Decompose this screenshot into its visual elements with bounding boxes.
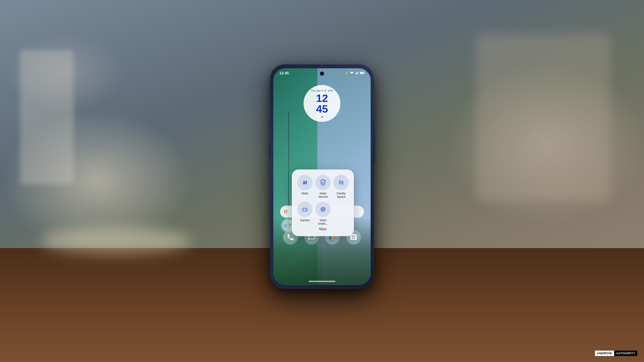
svg-rect-8 <box>360 72 363 73</box>
svg-point-23 <box>306 209 306 210</box>
games-svg <box>301 205 309 214</box>
shield-svg <box>319 178 327 187</box>
signal-icon <box>355 71 359 75</box>
watermark-authority: AUTHORITY <box>614 351 637 356</box>
battery-icon <box>360 71 365 75</box>
google-logo: G <box>284 209 288 215</box>
popup-row-2: Games Moto Un <box>297 202 348 225</box>
phone-icon <box>286 233 294 241</box>
clock-weather: ☁ <box>321 115 323 118</box>
svg-rect-5 <box>358 71 359 74</box>
svg-rect-2 <box>355 73 356 74</box>
phone-body: 12:45 🔒 <box>270 64 374 289</box>
popup-row-1: M Moto <box>297 175 348 198</box>
family-space-app[interactable]: Family Space <box>333 175 349 198</box>
phone: 12:45 🔒 <box>270 64 374 289</box>
moto-unplug-app[interactable]: Moto Unplu... <box>315 202 331 225</box>
svg-point-9 <box>289 224 290 225</box>
moto-label: Moto <box>302 192 308 195</box>
status-time: 12:45 <box>279 71 289 75</box>
moto-secure-icon <box>315 175 331 190</box>
moto-unplug-icon <box>315 202 331 217</box>
table-light <box>40 228 191 255</box>
clock-time: 12 45 <box>316 93 328 114</box>
games-icon <box>297 202 313 217</box>
moto-secure-label: Moto Secure <box>315 192 331 198</box>
moto-logo-svg: M <box>301 178 309 187</box>
games-app[interactable]: Games <box>297 202 313 225</box>
svg-text:M: M <box>303 180 307 185</box>
unplug-svg <box>319 205 327 214</box>
svg-point-24 <box>306 209 307 210</box>
clock-date: Thu, Apr 4 🔋 84% <box>311 89 333 92</box>
empty-slot <box>333 202 348 225</box>
svg-point-12 <box>289 225 290 226</box>
popup-folder-name: Moto <box>297 227 348 231</box>
family-svg <box>337 178 345 187</box>
svg-rect-7 <box>364 72 365 73</box>
wifi-icon <box>350 71 354 75</box>
moto-unplug-label: Moto Unplu... <box>315 219 331 225</box>
google-g-mini: G <box>284 224 287 227</box>
clock-hour: 12 <box>316 93 328 104</box>
clock-widget[interactable]: Thu, Apr 4 🔋 84% 12 45 ☁ <box>304 85 340 122</box>
moto-app[interactable]: M Moto <box>297 175 313 198</box>
svg-point-19 <box>301 205 309 213</box>
app-popup: M Moto <box>292 170 354 236</box>
games-label: Games <box>300 219 310 222</box>
moto-secure-app[interactable]: Moto Secure <box>315 175 331 198</box>
family-space-label: Family Space <box>333 192 349 198</box>
watermark-android: ANDROID <box>595 351 614 356</box>
phone-screen[interactable]: 12:45 🔒 <box>273 68 371 285</box>
home-indicator <box>309 281 335 282</box>
clock-minutes: 45 <box>316 104 328 114</box>
family-space-icon <box>333 175 349 190</box>
svg-rect-4 <box>357 72 358 74</box>
svg-rect-3 <box>356 73 357 74</box>
front-camera <box>320 72 324 76</box>
watermark: ANDROID AUTHORITY <box>595 351 638 356</box>
moto-icon: M <box>297 175 313 190</box>
svg-point-16 <box>337 178 345 186</box>
svg-point-10 <box>290 224 291 225</box>
right-decoration <box>476 34 610 201</box>
left-decoration <box>20 50 74 184</box>
lock-icon: 🔒 <box>344 71 348 75</box>
status-icons: 🔒 <box>344 71 365 75</box>
